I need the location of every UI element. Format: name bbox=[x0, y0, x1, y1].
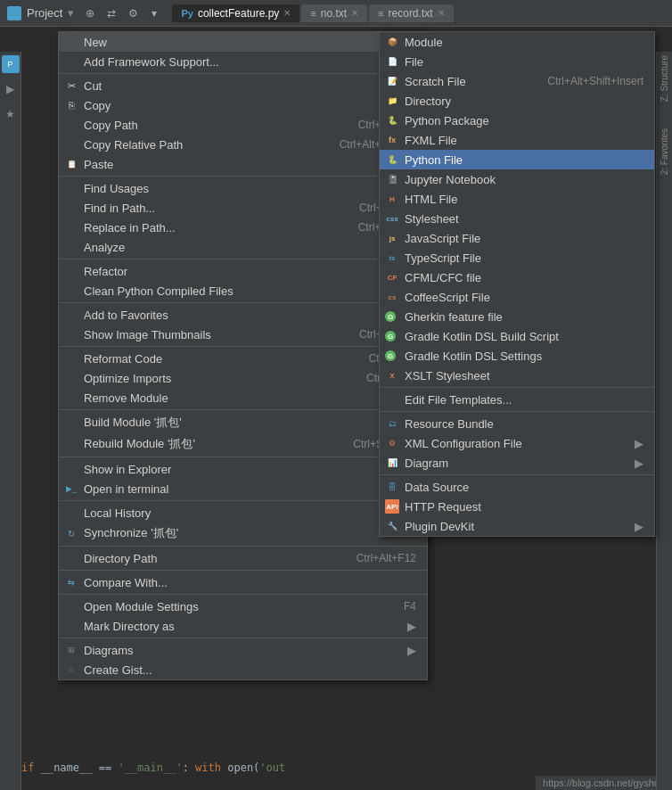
right-menu-item-module[interactable]: 📦 Module bbox=[380, 32, 654, 52]
right-menu-item-file[interactable]: 📄 File bbox=[380, 52, 654, 71]
right-menu-item-cfml[interactable]: CF CFML/CFC file bbox=[380, 267, 654, 287]
right-menu-item-python-package[interactable]: 🐍 Python Package bbox=[380, 111, 654, 130]
menu-item-diagrams[interactable]: ⊞ Diagrams ▶ bbox=[59, 640, 427, 660]
right-sep-3 bbox=[380, 474, 654, 475]
menu-item-find-path[interactable]: Find in Path... Ctrl+Shift+F bbox=[59, 198, 427, 218]
file-icon: 📄 bbox=[385, 54, 399, 69]
module-icon: 📦 bbox=[385, 35, 399, 49]
tab-no-close[interactable]: ✕ bbox=[351, 8, 358, 18]
toolbar-btn-1[interactable]: ⊕ bbox=[81, 4, 99, 22]
menu-item-replace-path[interactable]: Replace in Path... Ctrl+Shift+R bbox=[59, 218, 427, 237]
menu-item-create-gist-label: Create Gist... bbox=[84, 663, 416, 677]
right-menu-item-javascript[interactable]: js JavaScript File bbox=[380, 228, 654, 248]
title-bar-left: Project ▾ bbox=[7, 6, 74, 21]
right-menu-item-typescript[interactable]: ts TypeScript File bbox=[380, 248, 654, 267]
menu-item-paste[interactable]: 📋 Paste Ctrl+V bbox=[59, 154, 427, 174]
menu-item-open-module-settings[interactable]: Open Module Settings F4 bbox=[59, 597, 427, 616]
stylesheet-icon: css bbox=[385, 211, 399, 226]
menu-item-compare-with[interactable]: ⇆ Compare With... bbox=[59, 572, 427, 592]
tab-collect[interactable]: Py collectFeature.py ✕ bbox=[172, 4, 299, 22]
right-menu-item-fxml[interactable]: fx FXML File bbox=[380, 130, 654, 150]
menu-item-show-explorer[interactable]: Show in Explorer bbox=[59, 459, 427, 479]
right-menu-item-python-file-label: Python File bbox=[405, 153, 643, 167]
menu-item-replace-path-label: Replace in Path... bbox=[84, 221, 340, 235]
right-menu-item-python-file[interactable]: 🐍 Python File bbox=[380, 150, 654, 169]
sidebar-learn-icon[interactable]: ▶ bbox=[2, 80, 20, 98]
menu-item-copy[interactable]: ⎘ Copy Ctrl+C bbox=[59, 95, 427, 115]
menu-item-open-terminal[interactable]: ▶_ Open in terminal bbox=[59, 479, 427, 498]
right-menu-item-xml-config[interactable]: ⚙ XML Configuration File ▶ bbox=[380, 433, 654, 453]
menu-item-refactor[interactable]: Refactor ▶ bbox=[59, 261, 427, 281]
right-menu-item-module-label: Module bbox=[405, 36, 643, 49]
right-menu-item-directory[interactable]: 📁 Directory bbox=[380, 91, 654, 111]
right-menu-item-stylesheet[interactable]: css Stylesheet bbox=[380, 209, 654, 228]
project-dropdown[interactable]: ▾ bbox=[68, 6, 74, 20]
menu-item-copy-relative[interactable]: Copy Relative Path Ctrl+Alt+Shift+C bbox=[59, 135, 427, 154]
menu-item-new[interactable]: New ▶ bbox=[59, 32, 427, 52]
toolbar-btn-2[interactable]: ⇄ bbox=[102, 4, 120, 22]
right-menu-item-gherkin[interactable]: G Gherkin feature file bbox=[380, 307, 654, 326]
diagram-icon: 📊 bbox=[385, 456, 399, 470]
menu-item-optimize[interactable]: Optimize Imports Ctrl+Alt+O bbox=[59, 368, 427, 388]
menu-item-optimize-label: Optimize Imports bbox=[84, 372, 348, 385]
right-menu-item-http[interactable]: API HTTP Request bbox=[380, 497, 654, 516]
menu-item-directory-path-label: Directory Path bbox=[84, 552, 339, 565]
sep-11 bbox=[59, 594, 427, 595]
menu-item-mark-directory[interactable]: Mark Directory as ▶ bbox=[59, 616, 427, 636]
terminal-icon: ▶_ bbox=[64, 481, 78, 496]
right-menu-item-gradle-build[interactable]: G Gradle Kotlin DSL Build Script bbox=[380, 326, 654, 346]
menu-item-reformat[interactable]: Reformat Code Ctrl+Alt+L bbox=[59, 349, 427, 368]
copy-icon: ⎘ bbox=[64, 98, 78, 112]
menu-item-clean[interactable]: Clean Python Compiled Files bbox=[59, 281, 427, 300]
menu-item-clean-label: Clean Python Compiled Files bbox=[84, 284, 416, 298]
right-menu-item-data-source[interactable]: 🗄 Data Source bbox=[380, 477, 654, 497]
menu-item-find-usages[interactable]: Find Usages Alt+F7 bbox=[59, 178, 427, 198]
menu-item-synchronize[interactable]: ↻ Synchronize '抓包' bbox=[59, 523, 427, 544]
menu-item-thumbnails[interactable]: Show Image Thumbnails Ctrl+Shift+T bbox=[59, 325, 427, 344]
python-package-icon: 🐍 bbox=[385, 113, 399, 128]
menu-item-copy-path[interactable]: Copy Path Ctrl+Shift+C bbox=[59, 115, 427, 135]
tab-collect-close[interactable]: ✕ bbox=[283, 8, 291, 18]
menu-item-cut[interactable]: ✂ Cut Ctrl+X bbox=[59, 76, 427, 95]
resource-bundle-icon: 🗂 bbox=[385, 416, 399, 431]
right-menu-item-xml-config-label: XML Configuration File bbox=[405, 437, 627, 450]
right-menu-item-diagram-label: Diagram bbox=[405, 457, 627, 470]
right-menu-item-jupyter-label: Jupyter Notebook bbox=[405, 173, 643, 186]
right-menu-item-diagram[interactable]: 📊 Diagram ▶ bbox=[380, 453, 654, 473]
toolbar-btn-4[interactable]: ▾ bbox=[145, 4, 163, 22]
tab-no[interactable]: ≡ no.txt ✕ bbox=[301, 4, 367, 22]
sep-2 bbox=[59, 176, 427, 177]
menu-item-local-history[interactable]: Local History ▶ bbox=[59, 503, 427, 523]
gherkin-icon: G bbox=[385, 311, 396, 322]
cfml-icon: CF bbox=[385, 270, 399, 284]
menu-item-create-gist[interactable]: ○ Create Gist... bbox=[59, 660, 427, 679]
right-menu-item-coffeescript[interactable]: cs CoffeeScript File bbox=[380, 287, 654, 307]
tab-record[interactable]: ≡ record.txt ✕ bbox=[369, 4, 453, 22]
cut-icon: ✂ bbox=[64, 78, 78, 93]
structure-vert-label[interactable]: Z: Structure bbox=[660, 55, 669, 102]
project-label[interactable]: Project bbox=[27, 6, 62, 20]
url-bar: https://blog.csdn.net/gyshun bbox=[536, 776, 672, 790]
menu-item-favorites[interactable]: Add to Favorites ▶ bbox=[59, 305, 427, 325]
menu-item-directory-path[interactable]: Directory Path Ctrl+Alt+F12 bbox=[59, 548, 427, 568]
menu-item-rebuild[interactable]: Rebuild Module '抓包' Ctrl+Shift+F9 bbox=[59, 433, 427, 455]
sidebar-favorites-icon[interactable]: ★ bbox=[2, 105, 20, 123]
right-menu-item-edit-templates[interactable]: Edit File Templates... bbox=[380, 390, 654, 409]
menu-item-remove-module[interactable]: Remove Module Delete bbox=[59, 388, 427, 407]
tab-collect-label: collectFeature.py bbox=[198, 7, 279, 20]
favorites-vert-label[interactable]: 2: Favorites bbox=[660, 128, 669, 175]
right-menu-item-jupyter[interactable]: 📓 Jupyter Notebook bbox=[380, 169, 654, 189]
sep-5 bbox=[59, 346, 427, 347]
right-menu-item-html[interactable]: H HTML File bbox=[380, 189, 654, 209]
sidebar-project-icon[interactable]: P bbox=[2, 55, 20, 73]
right-menu-item-resource-bundle[interactable]: 🗂 Resource Bundle bbox=[380, 414, 654, 433]
right-menu-item-plugin-devkit[interactable]: 🔧 Plugin DevKit ▶ bbox=[380, 516, 654, 536]
right-menu-item-gradle-settings[interactable]: G Gradle Kotlin DSL Settings bbox=[380, 346, 654, 366]
tab-record-close[interactable]: ✕ bbox=[438, 8, 445, 18]
menu-item-build[interactable]: Build Module '抓包' bbox=[59, 412, 427, 433]
right-menu-item-xslt[interactable]: X XSLT Stylesheet bbox=[380, 366, 654, 385]
menu-item-add-framework[interactable]: Add Framework Support... bbox=[59, 52, 427, 71]
right-menu-item-scratch[interactable]: 📝 Scratch File Ctrl+Alt+Shift+Insert bbox=[380, 71, 654, 91]
menu-item-analyze[interactable]: Analyze ▶ bbox=[59, 237, 427, 257]
toolbar-btn-3[interactable]: ⚙ bbox=[124, 4, 142, 22]
